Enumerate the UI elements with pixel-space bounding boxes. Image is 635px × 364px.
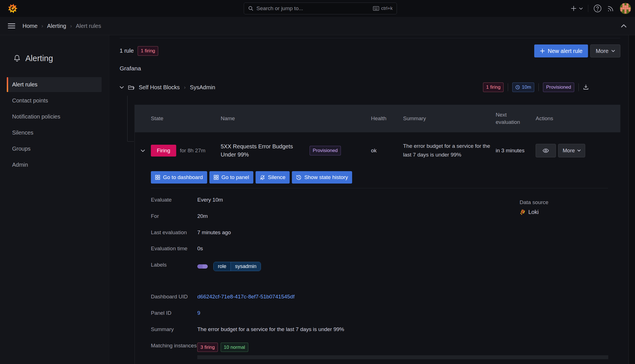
sidebar-item-silences[interactable]: Silences <box>7 125 102 140</box>
rule-name-link[interactable]: 5XX Requests Error Budgets Under 99% <box>221 142 305 159</box>
content-top-divider <box>120 38 620 38</box>
more-label: More <box>596 48 609 54</box>
history-icon <box>296 175 301 180</box>
new-alert-rule-label: New alert rule <box>548 48 582 54</box>
panel-id-link[interactable]: 9 <box>197 310 608 316</box>
panel-id-label: Panel ID <box>151 310 197 316</box>
folder-icon <box>128 85 135 90</box>
add-menu-button[interactable] <box>571 5 583 12</box>
sidebar-item-notification-policies[interactable]: Notification policies <box>7 109 102 124</box>
group-badges: 1 firing 10m Provisioned <box>483 82 589 92</box>
datasource-label: Data source <box>520 199 548 206</box>
silence-label: Silence <box>268 174 285 180</box>
breadcrumb: Home › Alerting › Alert rules <box>23 23 101 29</box>
row-more-button[interactable]: More <box>558 144 585 157</box>
badge-divider <box>508 83 508 91</box>
topbar-actions <box>571 0 631 17</box>
details-divider <box>151 188 608 188</box>
labels-label: Labels <box>151 262 197 268</box>
breadcrumb-separator: › <box>41 23 43 29</box>
matching-firing-badge: 3 firing <box>197 343 218 352</box>
field-value: 7 minutes ago <box>197 229 608 236</box>
sidebar-item-label: Silences <box>12 129 33 136</box>
datasource-name: Loki <box>528 209 539 215</box>
field-label: For <box>151 213 197 220</box>
summary-value: The error budget for a service for the l… <box>403 143 490 158</box>
clock-icon <box>515 85 520 90</box>
group-collapse-icon[interactable] <box>120 86 124 89</box>
breadcrumb-separator: › <box>70 23 72 29</box>
column-health: Health <box>371 115 403 122</box>
sidebar-item-label: Notification policies <box>12 113 60 120</box>
go-to-dashboard-label: Go to dashboard <box>163 174 203 180</box>
scrollbar-track[interactable] <box>629 35 635 364</box>
sidebar-item-contact-points[interactable]: Contact points <box>7 93 102 108</box>
sidebar-item-label: Contact points <box>12 97 48 104</box>
silence-button[interactable]: Silence <box>256 171 290 184</box>
summary-annotation: The error budget for a service for the l… <box>197 326 608 332</box>
news-rss-icon[interactable] <box>607 5 615 12</box>
search-box[interactable]: ctrl+k <box>244 3 397 14</box>
search-shortcut-label: ctrl+k <box>381 6 393 11</box>
eye-icon <box>542 148 549 153</box>
column-summary: Summary <box>403 115 496 122</box>
dashboard-uid-link[interactable]: d66242cf-71e8-417c-8ef7-51b0741545df <box>197 294 608 300</box>
collapse-header-icon[interactable] <box>621 24 627 28</box>
sidebar-item-alert-rules[interactable]: Alert rules <box>7 77 102 92</box>
search-icon <box>248 6 254 11</box>
top-bar: ctrl+k <box>0 0 635 17</box>
table-row: Firing for 8h 27m 5XX Requests Error Bud… <box>135 132 620 169</box>
sidebar-title-alerting[interactable]: Alerting <box>14 54 109 63</box>
group-firing-badge: 1 firing <box>483 82 504 92</box>
keyboard-icon <box>373 6 379 11</box>
group-provisioned-badge: Provisioned <box>543 82 574 92</box>
search-input[interactable] <box>256 5 370 12</box>
rule-details: Go to dashboard Go to panel <box>135 171 620 359</box>
view-rule-button[interactable] <box>536 144 556 157</box>
group-subfolder-link[interactable]: SysAdmin <box>190 84 215 91</box>
label-color-pill <box>197 264 208 269</box>
sidebar-item-admin[interactable]: Admin <box>7 157 102 172</box>
next-evaluation-value: in 3 minutes <box>496 148 536 154</box>
chevron-down-icon <box>611 50 615 52</box>
sidebar: Alerting Alert rules Contact points Noti… <box>0 35 109 364</box>
breadcrumb-home[interactable]: Home <box>23 23 37 29</box>
help-icon[interactable] <box>593 4 602 13</box>
field-label: Evaluation time <box>151 245 197 252</box>
summary-label: Summary <box>151 326 197 333</box>
grafana-logo-icon[interactable] <box>8 4 17 13</box>
go-to-dashboard-button[interactable]: Go to dashboard <box>151 171 207 184</box>
column-next-evaluation: Next evaluation <box>496 111 536 126</box>
chevron-down-icon <box>577 149 581 152</box>
breadcrumb-alerting[interactable]: Alerting <box>47 23 66 29</box>
loki-icon <box>520 209 526 215</box>
badge-divider <box>578 83 579 91</box>
column-name: Name <box>221 115 371 122</box>
export-icon[interactable] <box>583 84 589 90</box>
menu-toggle-icon[interactable] <box>8 23 15 29</box>
sidebar-item-groups[interactable]: Groups <box>7 141 102 156</box>
grafana-alert-rules-page: ctrl+k <box>0 0 635 364</box>
matching-instances-label: Matching instances <box>151 343 197 349</box>
apps-grid-icon <box>155 175 160 180</box>
matching-instances-row: Matching instances 3 firing 10 normal <box>151 343 608 359</box>
breadcrumb-alert-rules: Alert rules <box>76 23 101 29</box>
group-interval-badge: 10m <box>512 82 534 92</box>
rule-count: 1 rule <box>120 48 134 54</box>
row-collapse-icon[interactable] <box>135 149 151 152</box>
more-button[interactable]: More <box>590 44 620 57</box>
sidebar-item-label: Groups <box>12 146 31 152</box>
bell-slash-icon <box>260 175 265 180</box>
provisioned-badge: Provisioned <box>310 146 341 155</box>
state-badge: Firing <box>151 145 176 157</box>
active-indicator <box>7 77 8 92</box>
group-folder-link[interactable]: Self Host Blocks <box>139 84 180 91</box>
rule-group-row: Self Host Blocks › SysAdmin 1 firing 10m… <box>120 80 620 94</box>
go-to-panel-button[interactable]: Go to panel <box>209 171 253 184</box>
show-state-history-button[interactable]: Show state history <box>292 171 352 184</box>
label-value: sysadmin <box>231 262 261 271</box>
new-alert-rule-button[interactable]: New alert rule <box>534 44 588 57</box>
user-avatar[interactable] <box>620 3 631 14</box>
label-key: role <box>214 262 231 271</box>
sidebar-nav: Alert rules Contact points Notification … <box>0 77 109 172</box>
